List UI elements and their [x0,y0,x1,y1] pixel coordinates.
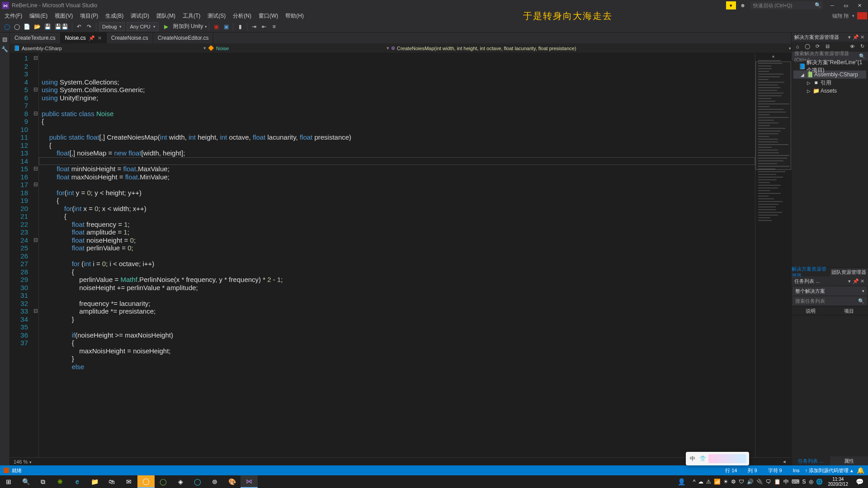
tool-btn-2[interactable]: ▣ [221,22,231,32]
system-tray[interactable]: ^☁⚠📶☀⚙🛡🔊🔌🗨📋中⌨S◎🌐 [690,478,826,486]
save-button[interactable]: 💾 [42,22,53,32]
document-tab[interactable]: CreateNoise.cs [107,33,153,43]
nav-member-combo[interactable]: ▾⊗CreateNoiesMap(int width, int height, … [383,45,787,51]
tray-icon[interactable]: ◎ [809,479,813,485]
account-tile[interactable] [857,12,867,19]
start-debug-button[interactable]: ▶ [161,22,171,32]
mail-app[interactable]: ✉ [120,475,137,488]
taskbar-clock[interactable]: 11:342020/2/12 [826,477,851,487]
nav-class-combo[interactable]: ▾🔶Noise [200,45,383,51]
sln-home-button[interactable]: ⌂ [793,42,802,51]
document-tab[interactable]: CreateTexture.cs [10,33,61,43]
task-search-input[interactable]: 搜索任务列表🔍 [793,296,867,305]
tool-btn-6[interactable]: ≡ [269,22,279,32]
task-list-header[interactable]: 任务列表 ...▾📌✕ [792,277,868,286]
app-4[interactable]: ◯ [189,475,206,488]
sln-refresh-button[interactable]: ↻ [858,42,866,51]
config-combo[interactable]: Debug▾ [99,22,125,31]
tree-item[interactable]: 📘解决方案"ReBerLine"(1 个项目) [793,62,866,70]
sln-back-button[interactable]: ◯ [803,42,811,51]
task-col-desc[interactable]: 说明 [792,307,830,315]
menu-item[interactable]: 编辑(E) [26,11,51,21]
search-button[interactable]: 🔍 [17,475,34,488]
sln-view-button[interactable]: 👁 [848,42,856,51]
panel-dropdown-icon[interactable]: ▾ [846,34,853,40]
new-item-button[interactable]: 📄 [22,22,32,32]
menu-item[interactable]: 文件(F) [1,11,26,21]
zoom-combo[interactable]: 146 %▾ [14,459,45,465]
explorer-app[interactable]: 📁 [86,475,103,488]
ime-floating-bar[interactable]: 中 👕 [686,452,749,465]
solution-explorer-header[interactable]: 解决方案资源管理器▾📌✕ [792,33,868,42]
tray-icon[interactable]: 中 [783,478,789,486]
unity-app[interactable]: ◈ [172,475,189,488]
document-tab[interactable]: CreateNoiseEditor.cs [153,33,214,43]
tree-item[interactable]: ▷■引用 [793,79,866,87]
panel-close-icon[interactable]: ✕ [859,34,865,40]
tool-btn-5[interactable]: ⇤ [259,22,269,32]
vs-app[interactable]: ⋈ [241,475,258,488]
quick-launch-input[interactable]: 快速启动 (Ctrl+Q)🔍 [750,1,823,9]
menu-item[interactable]: 工具(T) [179,11,204,21]
task-col-proj[interactable]: 项目 [830,307,868,315]
menu-item[interactable]: 生成(B) [102,11,127,21]
app-2[interactable]: ◯ [137,475,155,488]
tray-icon[interactable]: 🛡 [739,479,744,485]
redo-button[interactable]: ↷ [84,22,94,32]
outlining-margin[interactable]: ⊟⊟⊟⊟⊟⊟⊟ [33,53,39,457]
paint-app[interactable]: 🎨 [223,475,241,488]
restore-button[interactable]: ▭ [839,0,853,11]
solution-explorer-tab[interactable]: 解决方案资源管理器 [792,268,830,277]
menu-item[interactable]: 窗口(W) [255,11,282,21]
ime-skin-icon[interactable]: 👕 [698,455,707,463]
menu-item[interactable]: 帮助(H) [282,11,307,21]
task-list-tab[interactable]: 任务列表 ... [792,456,830,465]
ime-lang-icon[interactable]: 中 [689,455,697,463]
nav-fwd-button[interactable]: ◯ [12,22,22,32]
menu-item[interactable]: 测试(S) [204,11,229,21]
people-button[interactable]: 👤 [673,475,690,488]
minimize-button[interactable]: ─ [826,0,839,11]
task-scope-combo[interactable]: 整个解决方案▾ [793,286,867,296]
tray-icon[interactable]: 🔌 [756,479,763,485]
task-view-button[interactable]: ⧉ [34,475,52,488]
tray-icon[interactable]: ☀ [723,479,728,485]
app-1[interactable]: ❋ [52,475,69,488]
tray-icon[interactable]: 📋 [774,479,781,485]
minimap-scrollbar[interactable]: ▴ [755,53,791,457]
tool-btn-3[interactable]: ▮ [235,22,245,32]
start-button[interactable]: ⊞ [0,475,17,488]
status-source-control[interactable]: ↑ 添加到源代码管理 [805,467,849,474]
nav-back-button[interactable]: ◯ [2,22,12,32]
notification-flag-button[interactable]: ▾ [726,1,736,9]
tray-icon[interactable]: ⚙ [731,479,736,485]
debug-target-label[interactable]: 附加到 Unity [173,23,203,30]
tray-icon[interactable]: ⚠ [706,479,711,485]
document-tab[interactable]: Noise.cs📌✕ [61,33,107,43]
properties-tab[interactable]: 属性 [830,456,868,465]
sln-sync-button[interactable]: ⟳ [813,42,821,51]
tree-item[interactable]: ▷📁Assets [793,87,866,95]
undo-button[interactable]: ↶ [74,22,84,32]
code-editor[interactable]: using System.Collections;using System.Co… [39,53,755,457]
toolbox-tab[interactable]: 🔧 [0,44,10,54]
tool-btn-1[interactable]: ▣ [211,22,221,32]
sln-collapse-button[interactable]: ⊟ [823,42,831,51]
tray-icon[interactable]: 📶 [714,479,721,485]
team-explorer-tab[interactable]: 团队资源管理器 [830,268,868,277]
obs-app[interactable]: ⊚ [206,475,223,488]
open-button[interactable]: 📂 [32,22,42,32]
close-button[interactable]: ✕ [853,0,866,11]
panel-pin-icon[interactable]: 📌 [853,34,859,40]
platform-combo[interactable]: Any CPU▾ [127,22,158,31]
action-center-button[interactable]: 💬 [851,475,868,488]
signed-in-user[interactable]: 辐翔 翔 [829,13,852,19]
store-app[interactable]: 🛍 [103,475,120,488]
menu-item[interactable]: 调试(D) [127,11,153,21]
tray-icon[interactable]: ☁ [698,479,703,485]
menu-item[interactable]: 项目(P) [76,11,102,21]
menu-item[interactable]: 视图(V) [51,11,76,21]
app-3[interactable]: ◯ [155,475,172,488]
edge-app[interactable]: e [69,475,86,488]
save-all-button[interactable]: 💾💾 [53,22,70,32]
